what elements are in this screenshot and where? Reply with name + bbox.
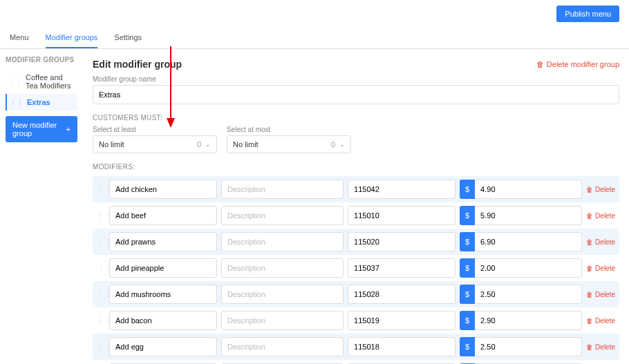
modifier-row: ⋮⋮$🗑Delete [93, 334, 619, 360]
chevron-down-icon: ⌄ [205, 141, 211, 148]
modifier-name-input[interactable] [109, 232, 217, 251]
delete-modifier-group-button[interactable]: 🗑 Delete modifier group [536, 60, 619, 68]
price-wrapper: $ [460, 206, 582, 225]
modifier-sku-input[interactable] [348, 311, 456, 330]
modifier-description-input[interactable] [221, 206, 344, 225]
modifier-sku-input[interactable] [348, 180, 456, 199]
trash-icon: 🗑 [586, 343, 593, 351]
modifier-name-input[interactable] [109, 180, 217, 199]
drag-handle-icon[interactable]: ⋮⋮ [97, 290, 105, 299]
price-wrapper: $ [460, 258, 582, 278]
modifier-description-input[interactable] [221, 285, 344, 304]
modifier-name-input[interactable] [109, 285, 217, 304]
modifier-row: ⋮⋮$🗑Delete [93, 229, 619, 255]
modifier-name-input[interactable] [109, 258, 217, 278]
modifier-price-input[interactable] [475, 285, 582, 304]
at-least-select[interactable]: No limit 0 ⌄ [93, 135, 217, 153]
main-panel: Edit modifier group 🗑 Delete modifier gr… [83, 49, 629, 364]
modifier-name-input[interactable] [109, 206, 217, 225]
row-action-label: Delete [595, 317, 615, 325]
row-action-label: Delete [595, 212, 615, 220]
currency-label: $ [460, 232, 475, 251]
modifier-sku-input[interactable] [348, 337, 456, 356]
currency-label: $ [460, 285, 475, 304]
drag-handle-icon[interactable]: ⋮⋮ [97, 211, 105, 220]
drag-handle-icon[interactable]: ⋮⋮ [97, 316, 105, 325]
modifier-sku-input[interactable] [348, 285, 456, 304]
delete-modifier-button[interactable]: 🗑Delete [586, 265, 615, 272]
delete-modifier-button[interactable]: 🗑Delete [586, 291, 615, 298]
delete-modifier-button[interactable]: 🗑Delete [586, 343, 615, 351]
sidebar-item-label: Coffee and Tea Modifiers [26, 73, 75, 90]
price-wrapper: $ [460, 337, 582, 356]
currency-label: $ [460, 206, 475, 225]
trash-icon: 🗑 [586, 265, 593, 272]
modifier-price-input[interactable] [475, 311, 582, 330]
modifier-row: ⋮⋮$🗑Delete [93, 202, 619, 229]
modifier-row: ⋮⋮$🗑Delete [93, 176, 619, 202]
modifier-description-input[interactable] [221, 337, 344, 356]
drag-handle-icon[interactable]: ⋮⋮ [97, 264, 105, 273]
plus-icon: + [66, 125, 71, 133]
sidebar-item-extras[interactable]: ⋮⋮ Extras [6, 94, 77, 111]
modifier-price-input[interactable] [475, 258, 582, 278]
drag-handle-icon[interactable]: ⋮⋮ [8, 78, 22, 86]
modifier-price-input[interactable] [475, 337, 582, 356]
delete-modifier-button[interactable]: 🗑Delete [586, 212, 615, 220]
modifier-sku-input[interactable] [348, 258, 456, 278]
modifier-description-input[interactable] [221, 232, 344, 251]
at-least-number: 0 [197, 140, 201, 149]
modifier-price-input[interactable] [475, 180, 582, 199]
currency-label: $ [460, 258, 475, 278]
modifier-description-input[interactable] [221, 311, 344, 330]
trash-icon: 🗑 [586, 186, 593, 193]
name-field-label: Modifier group name [93, 75, 619, 83]
at-least-label: Select at least [93, 126, 217, 133]
sidebar: MODIFIER GROUPS ⋮⋮ Coffee and Tea Modifi… [0, 49, 83, 364]
modifier-sku-input[interactable] [348, 232, 456, 251]
price-wrapper: $ [460, 180, 582, 199]
modifier-price-input[interactable] [475, 206, 582, 225]
modifier-name-input[interactable] [109, 337, 217, 356]
modifier-description-input[interactable] [221, 258, 344, 278]
tab-modifier-groups[interactable]: Modifier groups [46, 28, 98, 48]
panel-title: Edit modifier group [93, 59, 182, 70]
at-most-number: 0 [331, 140, 335, 149]
drag-handle-icon[interactable]: ⋮⋮ [97, 238, 105, 247]
price-wrapper: $ [460, 311, 582, 330]
modifier-sku-input[interactable] [348, 206, 456, 225]
sidebar-item-coffee[interactable]: ⋮⋮ Coffee and Tea Modifiers [6, 69, 77, 94]
at-least-value: No limit [99, 140, 124, 149]
modifiers-label: MODIFIERS: [93, 163, 619, 171]
price-wrapper: $ [460, 232, 582, 251]
at-most-label: Select at most [227, 126, 351, 133]
modifier-description-input[interactable] [221, 180, 344, 199]
chevron-down-icon: ⌄ [339, 141, 345, 148]
drag-handle-icon[interactable]: ⋮⋮ [97, 185, 105, 194]
tab-menu[interactable]: Menu [10, 28, 29, 48]
modifiers-list: ⋮⋮$🗑Delete⋮⋮$🗑Delete⋮⋮$🗑Delete⋮⋮$🗑Delete… [93, 176, 619, 364]
row-action-label: Delete [595, 186, 615, 193]
modifier-row: ⋮⋮$🗑Delete [93, 281, 619, 307]
modifier-group-name-input[interactable] [93, 85, 619, 104]
delete-modifier-button[interactable]: 🗑Delete [586, 186, 615, 193]
delete-modifier-button[interactable]: 🗑Delete [586, 238, 615, 246]
tab-settings[interactable]: Settings [114, 28, 142, 48]
new-modifier-group-button[interactable]: New modifier group + [6, 116, 77, 142]
at-most-value: No limit [233, 140, 259, 149]
trash-icon: 🗑 [586, 212, 593, 220]
drag-handle-icon[interactable]: ⋮⋮ [10, 99, 24, 106]
publish-menu-button[interactable]: Publish menu [556, 6, 619, 22]
at-most-select[interactable]: No limit 0 ⌄ [227, 135, 351, 153]
modifier-row: ⋮⋮$🗑Delete [93, 307, 619, 334]
trash-icon: 🗑 [586, 238, 593, 246]
modifier-name-input[interactable] [109, 311, 217, 330]
delete-modifier-button[interactable]: 🗑Delete [586, 317, 615, 325]
new-group-label: New modifier group [12, 121, 63, 137]
drag-handle-icon[interactable]: ⋮⋮ [97, 343, 105, 352]
trash-icon: 🗑 [586, 317, 593, 325]
currency-label: $ [460, 311, 475, 330]
row-action-label: Delete [595, 238, 615, 246]
modifier-price-input[interactable] [475, 232, 582, 251]
tabs: Menu Modifier groups Settings [0, 28, 629, 49]
